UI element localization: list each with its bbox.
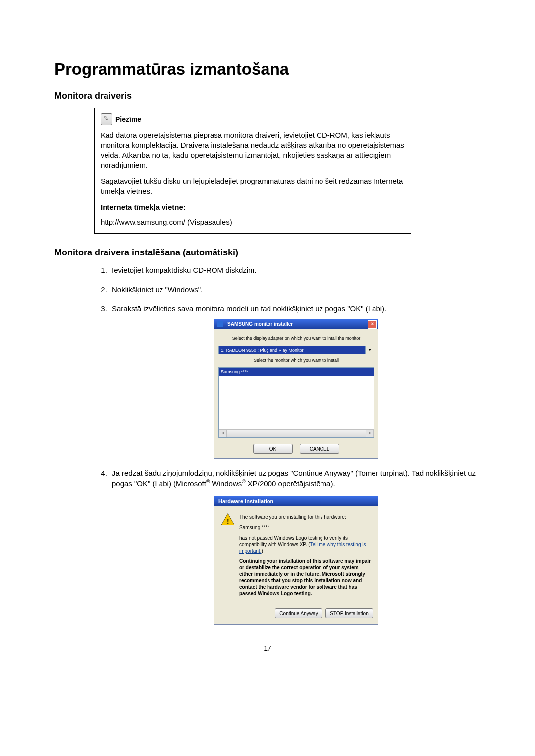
scroll-left-icon[interactable]: ◂ [219,429,227,437]
step-3: Sarakstā izvēlieties sava monitora model… [109,303,481,459]
scroll-track[interactable] [227,429,366,437]
continue-anyway-button[interactable]: Continue Anyway [275,608,322,618]
note-box: Piezīme Kad datora operētājsistēma piepr… [94,108,411,234]
warning-icon: ! [221,514,234,527]
scroll-right-icon[interactable]: ▸ [366,429,374,437]
hardware-installation-window: Hardware Installation ! The software you… [214,496,378,625]
hw-line3: has not passed Windows Logo testing to v… [239,535,371,554]
stop-installation-button[interactable]: STOP Installation [325,608,373,618]
hardware-titlebar: Hardware Installation [214,496,378,506]
hw-line1: The software you are installing for this… [239,514,371,520]
horizontal-scrollbar[interactable]: ◂ ▸ [219,429,374,437]
installer-titlebar: SAMSUNG monitor installer × [214,319,378,329]
step-2: Noklikšķiniet uz "Windows". [109,284,481,295]
adapter-selected: 1. RADEON 9550 : Plug and Play Monitor [218,346,365,354]
step-1: Ievietojiet kompaktdisku CD-ROM diskdzin… [109,265,481,275]
section-monitor-driver: Monitora draiveris [54,91,481,101]
window-icon [217,321,223,327]
monitor-list-item[interactable]: Samsung **** [219,368,374,376]
note-label: Piezīme [115,115,141,123]
installer-instruction-2: Select the monitor which you want to ins… [218,357,374,364]
installer-title-text: SAMSUNG monitor installer [227,321,293,328]
note-paragraph-2: Sagatavojiet tukšu disku un lejupielādēj… [101,176,405,197]
page-title: Programmatūras izmantošana [54,60,481,79]
note-paragraph-1: Kad datora operētājsistēma pieprasa moni… [101,130,405,170]
hw-warning-bold: Continuing your installation of this sof… [239,558,371,597]
installer-instruction-1: Select the display adapter on which you … [218,335,374,342]
note-site-label: Interneta tīmekļa vietne: [101,203,186,211]
header-rule [54,40,481,40]
footer-rule [54,640,481,640]
page-number: 17 [54,644,481,652]
hw-line2: Samsung **** [239,524,371,531]
step-4: Ja redzat šādu ziņojumlodziņu, noklikšķi… [109,468,481,625]
cancel-button[interactable]: CANCEL [300,444,339,454]
registered-mark: ® [242,479,245,484]
ok-button[interactable]: OK [253,444,293,454]
chevron-down-icon[interactable]: ▾ [365,346,374,354]
adapter-select[interactable]: 1. RADEON 9550 : Plug and Play Monitor ▾ [218,346,374,354]
installer-window: SAMSUNG monitor installer × Select the d… [214,319,378,459]
section-auto-install: Monitora draivera instalēšana (automātis… [54,248,481,258]
close-icon[interactable]: × [368,320,377,329]
note-icon [101,113,112,125]
steps-list: Ievietojiet kompaktdisku CD-ROM diskdzin… [99,265,481,625]
monitor-listbox[interactable]: Samsung **** ◂ ▸ [218,367,374,438]
note-url: http://www.samsung.com/ (Vispasaules) [101,217,405,227]
